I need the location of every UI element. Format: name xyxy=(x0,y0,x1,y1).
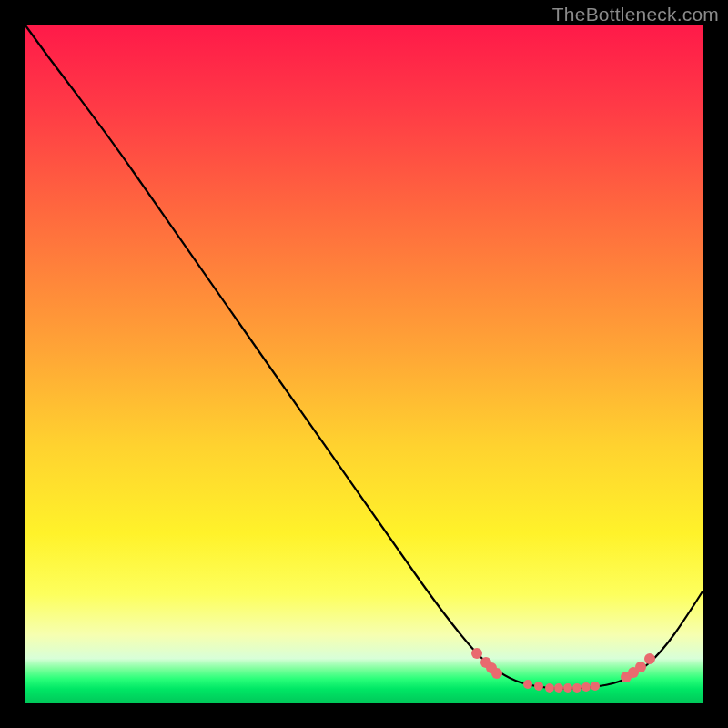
svg-point-0 xyxy=(471,648,482,659)
svg-point-7 xyxy=(554,683,563,693)
svg-point-5 xyxy=(534,682,543,691)
svg-point-3 xyxy=(491,668,502,679)
svg-point-9 xyxy=(572,683,581,693)
watermark-text: TheBottleneck.com xyxy=(552,4,719,25)
svg-point-4 xyxy=(523,680,532,689)
highlight-dots xyxy=(471,648,655,693)
svg-point-14 xyxy=(635,662,646,672)
curve-path xyxy=(25,25,703,689)
svg-point-6 xyxy=(545,683,554,693)
chart-frame: TheBottleneck.com xyxy=(0,0,728,728)
bottleneck-curve xyxy=(25,25,703,703)
svg-point-10 xyxy=(581,682,591,692)
svg-point-11 xyxy=(591,682,600,691)
svg-point-8 xyxy=(563,683,572,693)
svg-point-15 xyxy=(644,653,655,664)
plot-area xyxy=(25,25,703,703)
